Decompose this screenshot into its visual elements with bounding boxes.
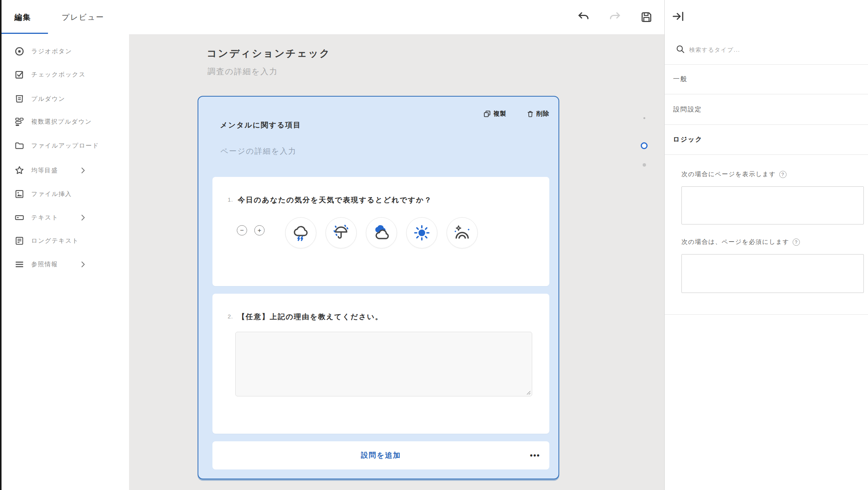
trash-icon xyxy=(527,110,534,118)
divider xyxy=(665,94,868,94)
question-type-sidebar: ラジオボタン チェックボックス プルダウン 複数選択プルダウン ファイルアップロ… xyxy=(2,34,129,490)
survey-title[interactable]: コンディションチェック xyxy=(207,47,331,60)
divider xyxy=(665,154,868,155)
tab-preview[interactable]: プレビュー xyxy=(62,0,104,34)
redo-icon xyxy=(608,10,622,24)
undo-button[interactable] xyxy=(577,10,590,24)
decrease-options-button[interactable]: − xyxy=(237,225,247,235)
help-icon[interactable]: ? xyxy=(793,239,800,246)
collapse-panel-icon xyxy=(672,10,685,23)
sidebar-item-label: ファイルアップロード xyxy=(31,142,99,150)
search-input[interactable] xyxy=(689,43,853,56)
sidebar-item-long-text[interactable]: ロングテキスト xyxy=(2,233,129,248)
collapse-panel-button[interactable] xyxy=(672,10,685,23)
sidebar-item-label: ロングテキスト xyxy=(31,237,79,245)
pulldown-icon xyxy=(14,94,24,104)
delete-label: 削除 xyxy=(536,110,549,118)
page-dot[interactable] xyxy=(643,117,645,119)
sidebar-item-checkbox[interactable]: チェックボックス xyxy=(2,67,129,82)
section-question-settings[interactable]: 設問設定 xyxy=(665,101,868,118)
settings-panel: 一般 設問設定 ロジック 次の場合にページを表示します ? 次の場合は、ページを… xyxy=(664,0,868,490)
divider xyxy=(665,314,868,315)
duplicate-button[interactable]: 複製 xyxy=(483,109,506,119)
sidebar-item-rating-scale[interactable]: 均等目盛 xyxy=(2,163,129,178)
undo-icon xyxy=(577,10,590,24)
multi-select-icon xyxy=(14,117,24,127)
question-2-header: 2. 【任意】上記の理由を教えてください。 xyxy=(228,312,383,322)
answer-textarea[interactable] xyxy=(235,332,532,396)
minus-icon: − xyxy=(240,227,244,234)
sidebar-item-multi-select-pulldown[interactable]: 複数選択プルダウン xyxy=(2,114,129,129)
sunny-icon xyxy=(413,224,431,242)
survey-canvas: コンディションチェック 調査の詳細を入力 複製 削除 メンタルに関する項目 ペー… xyxy=(129,34,664,490)
more-options-button[interactable]: ••• xyxy=(530,451,540,460)
delete-button[interactable]: 削除 xyxy=(527,109,549,119)
checkbox-icon xyxy=(14,70,24,80)
redo-button[interactable] xyxy=(608,10,622,24)
resize-handle-icon[interactable] xyxy=(526,390,531,395)
plus-icon: + xyxy=(258,227,262,234)
sidebar-item-pulldown[interactable]: プルダウン xyxy=(2,91,129,107)
list-lines-icon xyxy=(14,259,24,269)
question-1-panel[interactable]: 1. 今日のあなたの気分を天気で表現するとどれですか？ − + xyxy=(212,177,549,286)
sidebar-item-file-upload[interactable]: ファイルアップロード xyxy=(2,138,129,153)
question-2-panel[interactable]: 2. 【任意】上記の理由を教えてください。 xyxy=(212,294,549,434)
page-card[interactable]: 複製 削除 メンタルに関する項目 ページの詳細を入力 1. 今日のあなたの気分を… xyxy=(198,96,559,479)
label-text: 次の場合は、ページを必須にします xyxy=(681,238,789,246)
section-general[interactable]: 一般 xyxy=(665,70,868,88)
page-title[interactable]: メンタルに関する項目 xyxy=(220,120,301,130)
text-field-icon xyxy=(14,213,24,223)
divider xyxy=(665,124,868,125)
question-number: 1. xyxy=(228,195,233,203)
page-dot-active[interactable] xyxy=(641,142,648,149)
show-page-condition-input[interactable] xyxy=(681,186,864,224)
page-dot[interactable] xyxy=(643,163,646,167)
weather-option-stormy[interactable] xyxy=(285,217,316,248)
increase-options-button[interactable]: + xyxy=(254,225,265,235)
chevron-right-icon xyxy=(79,166,87,175)
long-text-icon xyxy=(14,236,24,246)
rainy-icon xyxy=(332,224,350,242)
chevron-right-icon xyxy=(79,213,87,222)
weather-option-cloudy[interactable] xyxy=(366,217,397,248)
add-question-bar: 設問を追加 ••• xyxy=(212,441,549,469)
sidebar-item-label: チェックボックス xyxy=(31,71,86,79)
duplicate-label: 複製 xyxy=(493,110,506,118)
sidebar-item-label: 複数選択プルダウン xyxy=(31,118,92,126)
search-row xyxy=(665,40,868,59)
weather-option-rainy[interactable] xyxy=(326,217,357,248)
sidebar-item-label: ラジオボタン xyxy=(31,48,72,56)
add-question-button[interactable]: 設問を追加 xyxy=(212,441,549,469)
sidebar-item-reference-info[interactable]: 参照情報 xyxy=(2,257,129,272)
radio-icon xyxy=(14,46,24,56)
weather-option-rainbow[interactable] xyxy=(447,217,478,248)
image-icon xyxy=(14,189,24,199)
weather-option-sunny[interactable] xyxy=(406,217,437,248)
form-builder-app: 編集 プレビュー ラジオボタン チェックボックス プルダウン 複数選択プルダ xyxy=(0,0,868,490)
sidebar-item-file-insert[interactable]: ファイル挿入 xyxy=(2,186,129,202)
divider xyxy=(665,64,868,65)
help-icon[interactable]: ? xyxy=(779,171,787,178)
survey-description-placeholder[interactable]: 調査の詳細を入力 xyxy=(207,66,278,77)
star-icon xyxy=(14,165,24,175)
sidebar-item-label: テキスト xyxy=(31,214,59,222)
require-page-condition-label: 次の場合は、ページを必須にします ? xyxy=(681,238,800,246)
require-page-condition-input[interactable] xyxy=(681,254,864,293)
sidebar-item-radio-button[interactable]: ラジオボタン xyxy=(2,44,129,59)
sidebar-item-text[interactable]: テキスト xyxy=(2,210,129,225)
sidebar-item-label: 参照情報 xyxy=(31,261,58,269)
sidebar-item-label: ファイル挿入 xyxy=(31,190,72,198)
save-button[interactable] xyxy=(640,10,653,24)
page-description-placeholder[interactable]: ページの詳細を入力 xyxy=(220,146,297,156)
section-logic[interactable]: ロジック xyxy=(665,131,868,148)
question-text: 【任意】上記の理由を教えてください。 xyxy=(238,312,383,322)
sidebar-item-label: 均等目盛 xyxy=(31,167,58,175)
rainbow-icon xyxy=(453,224,471,242)
label-text: 次の場合にページを表示します xyxy=(681,170,776,178)
tab-edit[interactable]: 編集 xyxy=(14,0,31,34)
stormy-icon xyxy=(292,224,310,242)
cloudy-icon xyxy=(373,224,390,242)
save-icon xyxy=(640,10,653,24)
sidebar-item-label: プルダウン xyxy=(31,95,65,103)
header: 編集 プレビュー xyxy=(2,0,664,34)
